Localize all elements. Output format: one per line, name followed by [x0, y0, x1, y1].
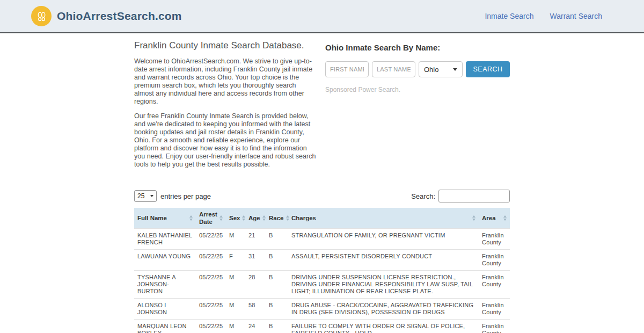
table-row: LAWUANA YOUNG05/22/25F31BASSAULT, PERSIS… [134, 250, 510, 271]
cell-arrest-date: 05/22/25 [196, 250, 226, 271]
cell-sex: M [226, 299, 245, 320]
column-header-full-name[interactable]: Full Name [134, 208, 196, 229]
cell-full-name: TYSHANNE A JOHNSON-BURTON [134, 271, 196, 299]
brand-logo[interactable]: OhioArrestSearch.com [31, 6, 182, 26]
column-header-race[interactable]: Race [266, 208, 288, 229]
name-search-title: Ohio Inmate Search By Name: [325, 43, 510, 52]
inmate-table: Full Name Arrest Date Sex Age Race Charg… [134, 208, 510, 333]
cell-arrest-date: 05/22/25 [196, 271, 226, 299]
name-search-panel: Ohio Inmate Search By Name: Ohio SEARCH … [325, 39, 510, 175]
cell-area: Franklin County [479, 250, 510, 271]
cell-arrest-date: 05/22/25 [196, 299, 226, 320]
entries-per-page: 25 entries per page [134, 190, 211, 202]
cell-full-name: MARQUAN LEON BOSLEY [134, 320, 196, 333]
cell-full-name: LAWUANA YOUNG [134, 250, 196, 271]
last-name-input[interactable] [372, 61, 415, 77]
cell-area: Franklin County [479, 320, 510, 333]
intro-section: Franklin County Inmate Search Database. … [134, 33, 510, 175]
column-header-charges[interactable]: Charges [288, 208, 479, 229]
search-button[interactable]: SEARCH [466, 61, 510, 77]
chevron-down-icon [150, 195, 153, 197]
sort-icon[interactable] [262, 215, 266, 221]
table-row: TYSHANNE A JOHNSON-BURTON05/22/25M28BDRI… [134, 271, 510, 299]
entries-select[interactable]: 25 [134, 190, 157, 202]
cell-age: 31 [245, 250, 266, 271]
page-container: Franklin County Inmate Search Database. … [134, 33, 510, 333]
table-search: Search: [411, 190, 510, 202]
entries-label: entries per page [160, 192, 211, 200]
cell-race: B [266, 271, 288, 299]
table-search-input[interactable] [438, 190, 510, 202]
table-row: MARQUAN LEON BOSLEY05/22/25M24BFAILURE T… [134, 320, 510, 333]
cell-arrest-date: 05/22/25 [196, 229, 226, 250]
table-controls: 25 entries per page Search: [134, 190, 510, 202]
cell-race: B [266, 320, 288, 333]
entries-select-value: 25 [137, 192, 144, 200]
column-header-age[interactable]: Age [245, 208, 266, 229]
page-title: Franklin County Inmate Search Database. [134, 40, 317, 51]
column-header-arrest-date[interactable]: Arrest Date [196, 208, 226, 229]
cell-sex: F [226, 250, 245, 271]
top-nav: Inmate Search Warrant Search [485, 12, 602, 20]
sort-icon[interactable] [503, 215, 507, 221]
sponsored-note: Sponsored Power Search. [325, 86, 510, 93]
cell-race: B [266, 250, 288, 271]
column-header-area[interactable]: Area [479, 208, 510, 229]
cell-full-name: ALONSO I JOHNSON [134, 299, 196, 320]
handcuffs-icon [31, 6, 52, 26]
cell-charges: FAILURE TO COMPLY WITH ORDER OR SIGNAL O… [288, 320, 479, 333]
sort-icon[interactable] [242, 215, 245, 221]
state-select[interactable]: Ohio [419, 61, 463, 77]
cell-sex: M [226, 271, 245, 299]
column-header-sex[interactable]: Sex [226, 208, 245, 229]
cell-age: 28 [245, 271, 266, 299]
intro-paragraph: Our free Franklin County Inmate Search i… [134, 112, 317, 169]
cell-area: Franklin County [479, 229, 510, 250]
table-row: KALEB NATHANIEL FRENCH05/22/25M21BSTRANG… [134, 229, 510, 250]
cell-charges: DRIVING UNDER SUSPENSION LICENSE RESTRIC… [288, 271, 479, 299]
first-name-input[interactable] [325, 61, 369, 77]
cell-sex: M [226, 229, 245, 250]
intro-text-column: Franklin County Inmate Search Database. … [134, 39, 317, 175]
cell-race: B [266, 229, 288, 250]
sort-icon[interactable] [472, 215, 475, 221]
table-row: ALONSO I JOHNSON05/22/25M58BDRUG ABUSE -… [134, 299, 510, 320]
cell-area: Franklin County [479, 271, 510, 299]
nav-warrant-search[interactable]: Warrant Search [550, 12, 602, 20]
table-search-label: Search: [411, 192, 435, 200]
sort-icon[interactable] [189, 215, 193, 221]
cell-sex: M [226, 320, 245, 333]
cell-charges: ASSAULT, PERSISTENT DISORDERLY CONDUCT [288, 250, 479, 271]
chevron-down-icon [453, 68, 457, 71]
cell-area: Franklin County [479, 299, 510, 320]
state-select-value: Ohio [424, 66, 438, 74]
cell-charges: DRUG ABUSE - CRACK/COCAINE, AGGRAVATED T… [288, 299, 479, 320]
cell-age: 21 [245, 229, 266, 250]
nav-inmate-search[interactable]: Inmate Search [485, 12, 533, 20]
cell-arrest-date: 05/22/25 [196, 320, 226, 333]
cell-age: 58 [245, 299, 266, 320]
cell-race: B [266, 299, 288, 320]
sort-icon[interactable] [286, 215, 289, 221]
cell-age: 24 [245, 320, 266, 333]
cell-charges: STRANGULATION OF FAMILY, OR PREGNANT VIC… [288, 229, 479, 250]
inmate-table-body: KALEB NATHANIEL FRENCH05/22/25M21BSTRANG… [134, 229, 510, 333]
intro-paragraph: Welcome to OhioArrestSearch.com. We stri… [134, 57, 317, 106]
sort-icon[interactable] [219, 215, 223, 221]
cell-full-name: KALEB NATHANIEL FRENCH [134, 229, 196, 250]
brand-name: OhioArrestSearch.com [57, 10, 182, 23]
site-header: OhioArrestSearch.com Inmate Search Warra… [0, 0, 644, 33]
inmate-table-header: Full Name Arrest Date Sex Age Race Charg… [134, 208, 510, 229]
name-search-form: Ohio SEARCH [325, 61, 510, 77]
